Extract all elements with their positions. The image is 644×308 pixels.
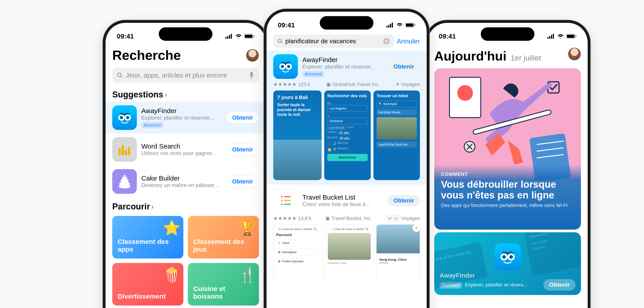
bars-icon [117,141,132,157]
cell-signal-icon [548,34,555,39]
suggestion-wordsearch[interactable]: Word Search Utilisez vos mots pour gagne… [106,133,266,165]
svg-rect-24 [388,25,389,28]
search-placeholder: Jeux, apps, articles et plus encore [126,71,227,79]
search-flights-button: Rechercher [327,154,368,161]
tile-food-drinks[interactable]: 🍴 Cuisine et boissons [188,263,259,305]
rating: ★★★★★ 125 k [273,82,310,87]
svg-rect-42 [548,37,548,39]
suggestion-cakebuilder[interactable]: Cake Builder Devenez un maître en pâtiss… [106,166,266,197]
search-icon: 🔍 [365,227,368,231]
runner-illustration [434,68,581,180]
svg-point-69 [502,255,506,259]
get-button[interactable]: Obtenir [226,112,259,124]
svg-point-35 [287,65,290,68]
browse-header[interactable]: Parcourir › [106,197,266,214]
story-text: COMMENT Vous débrouiller lorsque vous n'… [434,165,581,230]
app-name: Travel Bucket List [302,194,383,201]
svg-rect-5 [245,35,252,38]
wifi-icon [557,34,564,39]
svg-rect-47 [567,35,574,38]
preview-screenshots[interactable]: 7 jours à Bali Surfer toute la journée e… [273,90,420,180]
clear-button[interactable]: ✕ [383,38,390,45]
app-info: Travel Bucket List Créez votre liste de … [302,194,383,207]
search-input[interactable]: planificateur de vacances ✕ [273,35,394,48]
svg-rect-16 [125,150,127,155]
app-icon-awayfinder [494,243,521,270]
suggestions-header[interactable]: Suggestions › [106,85,266,102]
app-name: AwayFinder [302,56,383,64]
checklist-icon [278,193,294,208]
app-name: Cake Builder [141,175,222,182]
svg-rect-17 [128,147,130,155]
get-button[interactable]: Obtenir [226,143,259,156]
preview-bali: 7 jours à Bali Surfer toute la journée e… [273,90,322,180]
mic-icon[interactable] [249,72,254,79]
get-button[interactable]: Obtenir [388,195,420,206]
preview-hangzhou: ← Liste de lieux à visiter 🔍 Hangzhou, C… [325,224,374,283]
preview-screenshots[interactable]: ☰ Liste de lieux à visiter 🔍 Parcourir S… [273,224,420,283]
browse-tiles: ⭐ Classement des apps 🏆 Classement des j… [106,214,266,308]
search-result-awayfinder[interactable]: AwayFinder Explorer, planifier et réserv… [266,51,427,185]
preview-hongkong: + Hong Kong, Chine Activités [376,224,420,283]
pagoda-image [328,233,371,260]
svg-rect-43 [549,36,550,39]
svg-point-7 [118,73,121,77]
tile-top-apps[interactable]: ⭐ Classement des apps [112,216,183,258]
tile-entertainment[interactable]: 🍿 Divertissement [112,263,183,305]
search-icon: 🔍 [378,102,382,106]
meta-row: ★★★★★ 125 k ▣ GlobalHub Travel Inc. ✈ Vo… [273,79,420,90]
dynamic-island [320,16,374,30]
svg-point-30 [278,39,281,42]
star-icon: ★★★★★ [273,216,297,221]
svg-line-31 [281,42,282,43]
phone-today-tab: 09:41 Aujourd'hui 1er juillet [425,20,590,308]
page-title-row: Recherche [106,43,266,65]
preview-flights: Rechercher des vols DE Los Angeles À Den… [324,90,371,180]
dynamic-island [481,27,534,41]
tile-top-games[interactable]: 🏆 Classement des jeux [188,216,259,258]
star-cube-icon: ⭐ [163,220,181,236]
svg-rect-63 [524,232,581,276]
svg-rect-0 [226,37,226,39]
cancel-button[interactable]: Annuler [397,37,420,45]
phone-search-results: 09:41 planificateur de vacances ✕ Annule… [264,9,429,308]
app-description: Utilisez vos mots pour gagner. [141,150,222,156]
search-icon [117,72,123,78]
harbor-image: + [376,224,420,253]
svg-point-36 [281,196,283,198]
status-time: 09:41 [117,33,134,40]
search-result-bucketlist[interactable]: Travel Bucket List Créez votre liste de … [266,185,427,283]
cell-signal-icon [226,34,233,39]
suggestion-awayfinder[interactable]: AwayFinder Explorer, planifier et réserv… [106,102,266,133]
search-input[interactable]: Jeux, apps, articles et plus encore [112,68,259,83]
app-info: Word Search Utilisez vos mots pour gagne… [141,142,222,156]
story-card-offline[interactable]: COMMENT Vous débrouiller lorsque vous n'… [434,68,581,230]
meta-row: ★★★★★ 13,8 k ▣ Travel Bucket, Inc. Nº 14… [273,213,420,224]
svg-rect-61 [434,242,488,288]
surf-image [273,140,322,180]
search-icon [277,38,283,44]
rank-category: Nº 14 Voyages [386,216,420,221]
status-icons [386,23,416,28]
forest-icon [278,260,280,262]
get-button[interactable]: Obtenir [388,61,420,72]
svg-rect-14 [118,148,121,155]
today-header: Aujourd'hui 1er juillet [428,43,588,66]
avatar[interactable] [568,48,581,61]
mountain-icon [278,251,280,253]
sun-icon [278,242,280,244]
svg-rect-1 [227,36,228,39]
app-icon-awayfinder [273,54,298,79]
podium-icon: 🏆 [238,220,256,236]
status-time: 09:41 [278,21,295,29]
svg-rect-26 [392,23,393,28]
avatar[interactable] [246,49,259,62]
phone-search-tab: 09:41 Recherche Jeux, apps, articles et … [103,20,268,308]
app-info: AwayFinder Explorer, planifier et réserv… [302,56,383,77]
utensils-icon: 🍴 [238,267,256,283]
app-icon-awayfinder [112,105,137,130]
get-button[interactable]: Obtenir [226,176,259,188]
promo-card-awayfinder[interactable]: Land of the Gods Inn Rechercher Los Ange… [434,232,581,295]
app-icon-bucketlist [273,188,298,213]
category: ✈ Voyages [396,82,420,87]
